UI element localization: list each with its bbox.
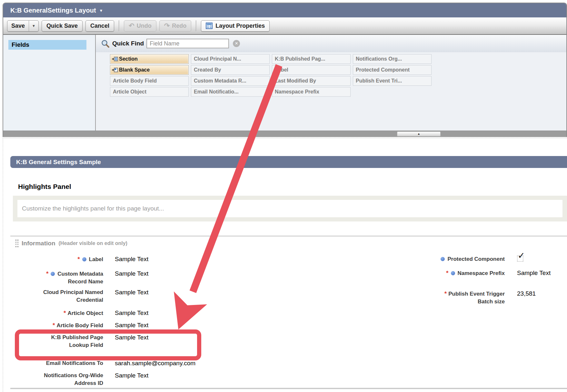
- palette-body: Fields Quick Find ✕: [3, 35, 566, 131]
- toolbar-separator: [196, 20, 196, 31]
- palette-sidebar: Fields: [3, 35, 96, 131]
- undo-icon: ↶: [129, 23, 134, 29]
- cancel-button[interactable]: Cancel: [85, 20, 114, 32]
- palette-item-kb-published-page[interactable]: K:B Published Pag...: [272, 54, 351, 64]
- palette-item-blank-space[interactable]: Blank Space: [110, 65, 189, 75]
- section-divider: [10, 236, 567, 237]
- information-fields: *Label Sample Text *Custom Metadata Reco…: [3, 254, 567, 391]
- field-row-notifications-org-wide-address-id[interactable]: Notifications Org-Wide Address ID Sample…: [3, 372, 148, 387]
- field-row-article-object[interactable]: *Article Object Sample Text: [3, 309, 148, 317]
- field-row-custom-metadata-record-name[interactable]: *Custom Metadata Record Name Sample Text: [3, 270, 148, 286]
- palette-item[interactable]: Article Body Field: [110, 76, 189, 86]
- palette-item[interactable]: Publish Event Tri...: [353, 76, 432, 86]
- palette-item[interactable]: Namespace Prefix: [272, 87, 351, 97]
- information-section-subtitle: (Header visible on edit only): [59, 240, 127, 246]
- field-value: Sample Text: [115, 372, 148, 379]
- sidebar-item-fields[interactable]: Fields: [8, 40, 86, 50]
- clear-search-icon[interactable]: ✕: [233, 40, 240, 47]
- toolbar-separator: [119, 20, 119, 31]
- highlights-panel-title: Highlights Panel: [18, 183, 71, 191]
- palette-grid: Section Cloud Principal N... K:B Publish…: [110, 54, 566, 97]
- blank-space-icon: [112, 68, 118, 72]
- field-value: Sample Text: [115, 309, 148, 317]
- title-dropdown-icon[interactable]: ▼: [99, 8, 103, 13]
- redo-icon: ↷: [164, 23, 170, 29]
- undo-button[interactable]: ↶ Undo: [124, 20, 156, 32]
- palette-item[interactable]: Last Modified By: [272, 76, 351, 86]
- field-value: 23,581: [517, 290, 536, 298]
- collapse-palette-button[interactable]: ▲: [397, 132, 441, 136]
- highlights-panel[interactable]: Customize the highlights panel for this …: [13, 196, 567, 221]
- layout-properties-icon: [206, 23, 213, 29]
- information-section-header[interactable]: Information (Header visible on edit only…: [15, 240, 127, 247]
- palette-bottom-bar: ▲: [3, 131, 566, 137]
- field-row-article-body-field[interactable]: *Article Body Field Sample Text: [3, 321, 148, 329]
- required-icon: *: [77, 256, 80, 262]
- palette-item[interactable]: Label: [272, 65, 351, 75]
- field-row-email-notifications-to[interactable]: Email Notifications To sarah.sample@comp…: [3, 359, 195, 367]
- field-row-cloud-principal-named-credential[interactable]: Cloud Principal Named Credential Sample …: [3, 289, 148, 304]
- page-layout-editor: K:B GeneralSettings Layout ▼ Save ▼ Quic…: [0, 0, 567, 392]
- record-section-header: K:B General Settings Sample: [10, 156, 567, 168]
- save-dropdown-icon[interactable]: ▼: [29, 21, 38, 31]
- editor-title-bar: K:B GeneralSettings Layout ▼: [3, 3, 566, 17]
- palette-item[interactable]: Custom Metadata R...: [191, 76, 270, 86]
- field-value: Sample Text: [115, 255, 148, 263]
- quick-find-input[interactable]: [146, 39, 229, 48]
- save-split-button: Save ▼: [7, 20, 39, 32]
- field-value: sarah.sample@company.com: [115, 359, 195, 367]
- annotation-highlight-box: [15, 329, 201, 360]
- field-value: Sample Text: [115, 321, 148, 329]
- drag-grip-icon[interactable]: [15, 240, 18, 247]
- required-icon: *: [53, 322, 55, 328]
- field-value: Sample Text: [115, 270, 148, 278]
- controlled-field-icon: [441, 257, 445, 261]
- information-section-title: Information: [22, 240, 55, 247]
- section-divider: [10, 388, 567, 389]
- palette-item[interactable]: Notifications Org...: [353, 54, 432, 64]
- controlled-field-icon: [451, 271, 455, 275]
- save-button[interactable]: Save: [7, 21, 29, 31]
- palette-item[interactable]: Protected Component: [353, 65, 432, 75]
- layout-properties-button[interactable]: Layout Properties: [201, 20, 270, 32]
- field-row-publish-event-trigger-batch-size[interactable]: *Publish Event Trigger Batch size 23,581: [405, 290, 536, 306]
- field-value-checkbox: ✓: [517, 255, 523, 264]
- field-value: Sample Text: [517, 269, 551, 277]
- palette-item[interactable]: Created By: [191, 65, 270, 75]
- quick-save-button[interactable]: Quick Save: [42, 20, 83, 32]
- field-row-protected-component[interactable]: Protected Component ✓: [405, 255, 523, 264]
- field-value: Sample Text: [115, 289, 148, 296]
- editor-toolbar: Save ▼ Quick Save Cancel ↶ Undo ↷ Redo: [3, 17, 566, 35]
- palette-item[interactable]: Cloud Principal N...: [191, 54, 270, 64]
- quick-find-bar: Quick Find ✕: [96, 35, 566, 52]
- required-icon: *: [444, 290, 447, 297]
- palette-item-section[interactable]: Section: [110, 54, 189, 64]
- field-row-label[interactable]: *Label Sample Text: [3, 255, 148, 263]
- required-icon: *: [46, 270, 48, 277]
- editor-title: K:B GeneralSettings Layout: [10, 7, 96, 14]
- search-icon: [101, 39, 110, 48]
- field-palette: Quick Find ✕ Section Cloud Prin: [96, 35, 566, 131]
- layout-editor-panel: K:B GeneralSettings Layout ▼ Save ▼ Quic…: [3, 3, 567, 137]
- palette-item[interactable]: Email Notificatio...: [191, 87, 270, 97]
- controlled-field-icon: [82, 257, 86, 261]
- palette-item[interactable]: Article Object: [110, 87, 189, 97]
- section-icon: [112, 57, 118, 61]
- highlights-panel-placeholder: Customize the highlights panel for this …: [17, 200, 562, 217]
- quick-find-label: Quick Find: [112, 40, 144, 47]
- controlled-field-icon: [51, 272, 55, 276]
- field-row-namespace-prefix[interactable]: *Namespace Prefix Sample Text: [405, 269, 551, 277]
- redo-button[interactable]: ↷ Redo: [159, 20, 192, 32]
- required-icon: *: [64, 309, 66, 316]
- checked-checkbox-icon: ✓: [517, 255, 523, 262]
- required-icon: *: [446, 270, 448, 276]
